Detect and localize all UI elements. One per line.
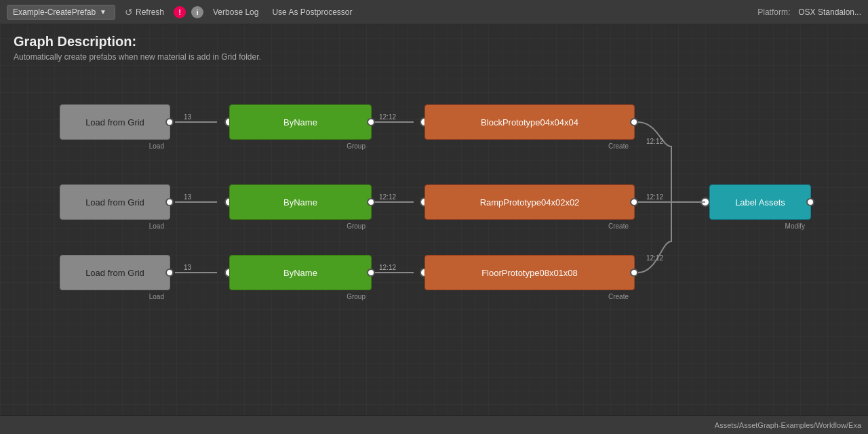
node-label-assets[interactable]: Label Assets Modify <box>709 184 811 220</box>
graph-selector-label: Example-CreatePrefab <box>13 7 96 17</box>
bottombar: Assets/AssetGraph-Examples/Workflow/Exa <box>0 415 868 434</box>
use-as-postprocessor-label: Use As Postprocessor <box>272 7 352 17</box>
svg-text:12:12: 12:12 <box>646 254 663 262</box>
node-load3[interactable]: Load from Grid Load <box>60 255 170 290</box>
verbose-log-label: Verbose Log <box>213 7 258 17</box>
node-load1-out <box>165 118 174 126</box>
node-ramp[interactable]: RampPrototype04x02x02 Create <box>425 184 635 220</box>
node-byname1-label: ByName <box>283 117 317 127</box>
node-byname2[interactable]: ByName Group <box>229 184 372 220</box>
file-path: Assets/AssetGraph-Examples/Workflow/Exa <box>715 421 861 429</box>
refresh-icon: ↺ <box>125 7 133 18</box>
node-load1[interactable]: Load from Grid Load <box>60 104 170 140</box>
node-byname3-label: ByName <box>283 268 317 278</box>
svg-text:12:12: 12:12 <box>379 113 396 121</box>
refresh-button[interactable]: ↺ Refresh <box>121 5 168 20</box>
svg-point-19 <box>701 198 709 206</box>
node-byname1-out <box>367 118 375 126</box>
node-load3-out <box>165 269 174 277</box>
node-block-port: Create <box>608 142 629 150</box>
node-label-assets-label: Label Assets <box>735 197 785 208</box>
node-floor-port: Create <box>608 293 629 300</box>
platform-value: OSX Standalon... <box>798 7 861 17</box>
verbose-log-button[interactable]: Verbose Log <box>209 5 262 19</box>
node-floor[interactable]: FloorPrototype08x01x08 Create <box>425 255 635 290</box>
node-byname2-port: Group <box>347 222 366 230</box>
node-floor-out <box>630 269 638 277</box>
node-byname2-out <box>367 198 375 206</box>
node-byname3-port: Group <box>347 293 366 300</box>
error-icon[interactable]: ! <box>174 6 186 18</box>
platform-label: Platform: <box>757 7 790 17</box>
svg-text:12:12: 12:12 <box>379 193 396 201</box>
node-load2[interactable]: Load from Grid Load <box>60 184 170 220</box>
node-load1-port: Load <box>149 142 164 150</box>
node-ramp-port: Create <box>608 222 629 230</box>
info-icon[interactable]: i <box>191 6 203 18</box>
node-load2-label: Load from Grid <box>85 197 144 208</box>
use-as-postprocessor-button[interactable]: Use As Postprocessor <box>268 5 356 19</box>
node-label-assets-port: Modify <box>785 222 805 230</box>
main: Graph Description: Automatically create … <box>0 24 868 415</box>
node-load1-label: Load from Grid <box>85 117 144 127</box>
node-byname1-port: Group <box>347 142 366 150</box>
svg-text:13: 13 <box>184 193 192 201</box>
node-ramp-label: RampPrototype04x02x02 <box>480 197 580 208</box>
refresh-label: Refresh <box>136 7 164 17</box>
app: Example-CreatePrefab ▼ ↺ Refresh ! i Ver… <box>0 0 868 434</box>
node-load3-port: Load <box>149 293 164 300</box>
node-byname3-out <box>367 269 375 277</box>
graph-header: Graph Description: Automatically create … <box>0 24 868 67</box>
svg-text:12:12: 12:12 <box>379 264 396 271</box>
svg-text:12:12: 12:12 <box>646 193 663 201</box>
svg-text:12:12: 12:12 <box>646 138 663 145</box>
node-load2-out <box>165 198 174 206</box>
node-floor-label: FloorPrototype08x01x08 <box>481 268 578 278</box>
canvas-area[interactable]: Graph Description: Automatically create … <box>0 24 868 415</box>
node-block[interactable]: BlockPrototype04x04x04 Create <box>425 104 635 140</box>
node-byname2-label: ByName <box>283 197 317 208</box>
graph-description: Automatically create prefabs when new ma… <box>14 52 854 62</box>
node-label-assets-out <box>806 198 814 206</box>
node-load3-label: Load from Grid <box>85 268 144 278</box>
graph-selector[interactable]: Example-CreatePrefab ▼ <box>7 5 115 20</box>
graph-title: Graph Description: <box>14 34 854 50</box>
node-graph: 13 12:12 13 12:12 13 <box>0 85 868 415</box>
topbar: Example-CreatePrefab ▼ ↺ Refresh ! i Ver… <box>0 0 868 24</box>
chevron-down-icon: ▼ <box>100 8 106 16</box>
node-byname3[interactable]: ByName Group <box>229 255 372 290</box>
node-block-out <box>630 118 638 126</box>
node-load2-port: Load <box>149 222 164 230</box>
svg-text:13: 13 <box>184 264 192 271</box>
node-block-label: BlockPrototype04x04x04 <box>481 117 578 127</box>
node-ramp-out <box>630 198 638 206</box>
svg-text:13: 13 <box>184 113 192 121</box>
node-byname1[interactable]: ByName Group <box>229 104 372 140</box>
